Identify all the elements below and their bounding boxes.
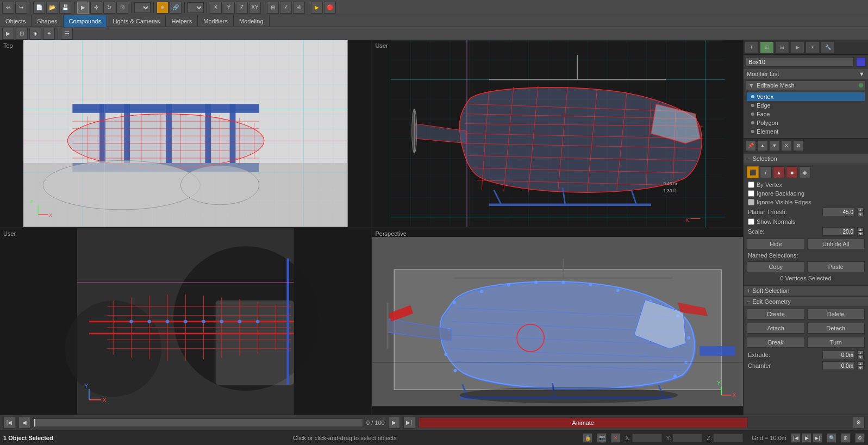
scale-up[interactable]: ▲ xyxy=(857,227,864,231)
sel-icon-polygon[interactable]: ■ xyxy=(786,166,798,178)
ignore-backfacing-checkbox[interactable] xyxy=(748,190,754,197)
sel-icon-vertex[interactable]: ⬛ xyxy=(747,166,759,178)
play-prev-button[interactable]: |◀ xyxy=(791,433,801,443)
extrude-input[interactable] xyxy=(822,350,855,359)
hide-button[interactable]: Hide xyxy=(747,239,805,249)
sub-btn-1[interactable]: ▶ xyxy=(2,28,14,40)
viewport-perspective[interactable]: Perspective xyxy=(372,228,744,415)
percent-snap-button[interactable]: % xyxy=(293,2,305,14)
menu-helpers[interactable]: Helpers xyxy=(166,15,198,27)
paste-button[interactable]: Paste xyxy=(807,261,865,272)
new-button[interactable]: 📄 xyxy=(33,2,45,14)
axis-x-button[interactable]: X xyxy=(210,2,222,14)
axis-y-button[interactable]: Y xyxy=(223,2,235,14)
menu-modifiers[interactable]: Modifiers xyxy=(198,15,234,27)
planar-thresh-up[interactable]: ▲ xyxy=(857,208,864,212)
transform-button[interactable]: ⊕ xyxy=(157,2,168,14)
modifier-move-up-button[interactable]: ▲ xyxy=(757,140,768,151)
extrude-up[interactable]: ▲ xyxy=(857,350,864,355)
axis-xy-button[interactable]: XY xyxy=(249,2,261,14)
menu-objects[interactable]: Objects xyxy=(0,15,32,27)
modifier-configure-button[interactable]: ⚙ xyxy=(793,140,804,151)
x-coord-input[interactable] xyxy=(632,434,662,442)
snap-button[interactable]: ⊞ xyxy=(267,2,279,14)
render-button[interactable]: ▶ xyxy=(311,2,323,14)
y-coord-input[interactable] xyxy=(672,434,702,442)
time-slider[interactable] xyxy=(34,418,363,427)
settings-status-button[interactable]: ⚙ xyxy=(855,433,865,443)
turn-button[interactable]: Turn xyxy=(807,337,865,348)
panel-tab-motion[interactable]: ▶ xyxy=(790,41,804,53)
modifier-pin-button[interactable]: 📌 xyxy=(745,140,756,151)
detach-button[interactable]: Detach xyxy=(807,323,865,334)
panel-tab-display[interactable]: ☀ xyxy=(805,41,820,53)
time-next-button[interactable]: ▶| xyxy=(403,417,415,429)
copy-button[interactable]: Copy xyxy=(747,261,805,272)
move-button[interactable]: ✛ xyxy=(90,2,102,14)
undo-button[interactable]: ↩ xyxy=(2,2,14,14)
viewport-top[interactable]: Top xyxy=(0,40,371,227)
cross-status-icon[interactable]: ✕ xyxy=(611,433,621,443)
break-button[interactable]: Break xyxy=(747,337,805,348)
delete-button[interactable]: Delete xyxy=(807,309,865,319)
grid-button[interactable]: ⊞ xyxy=(841,433,851,443)
sub-btn-4[interactable]: ✦ xyxy=(43,28,55,40)
animate-button[interactable]: Animate xyxy=(419,417,748,428)
menu-compounds[interactable]: Compounds xyxy=(64,15,107,27)
soft-selection-header[interactable]: + Soft Selection xyxy=(744,285,868,296)
object-name-input[interactable] xyxy=(746,57,854,67)
editable-mesh-header[interactable]: ▼ Editable Mesh xyxy=(746,80,866,90)
lock-icon[interactable]: 🔒 xyxy=(583,433,592,443)
sel-icon-face[interactable]: ▲ xyxy=(773,166,785,178)
snap-status-icon[interactable]: 📷 xyxy=(597,433,607,443)
panel-tab-hierarchy[interactable]: ⊞ xyxy=(775,41,789,53)
panel-tab-modify[interactable]: ⊡ xyxy=(760,41,774,53)
attach-button[interactable]: Attach xyxy=(747,323,805,334)
planar-thresh-input[interactable] xyxy=(822,208,855,216)
modifier-list-arrow[interactable]: ▼ xyxy=(859,71,865,77)
selection-section-header[interactable]: − Selection xyxy=(744,153,868,164)
by-vertex-checkbox[interactable] xyxy=(748,181,754,188)
sub-object-element[interactable]: Element xyxy=(747,127,865,136)
menu-shapes[interactable]: Shapes xyxy=(32,15,63,27)
play-button[interactable]: ▶ xyxy=(802,433,811,443)
sub-btn-3[interactable]: ◈ xyxy=(29,28,41,40)
angle-snap-button[interactable]: ∠ xyxy=(280,2,292,14)
viewport-user-bl[interactable]: User xyxy=(0,228,371,415)
mode-dropdown[interactable]: All xyxy=(134,2,151,13)
time-prev-button[interactable]: |◀ xyxy=(3,417,15,429)
unhide-all-button[interactable]: Unhide All xyxy=(807,239,865,249)
create-button[interactable]: Create xyxy=(747,309,805,319)
time-config-button[interactable]: ⚙ xyxy=(853,417,865,429)
time-prev-frame-button[interactable]: ◀ xyxy=(18,417,30,429)
open-button[interactable]: 📂 xyxy=(46,2,58,14)
show-normals-checkbox[interactable] xyxy=(748,218,754,225)
sub-object-edge[interactable]: Edge xyxy=(747,101,865,110)
sub-object-vertex[interactable]: Vertex xyxy=(747,92,865,101)
sub-btn-5[interactable]: ☰ xyxy=(61,28,73,40)
chamfer-up[interactable]: ▲ xyxy=(857,361,864,366)
sub-btn-2[interactable]: ⊡ xyxy=(16,28,28,40)
sub-object-face[interactable]: Face xyxy=(747,110,865,118)
scale-down[interactable]: ▼ xyxy=(857,231,864,236)
panel-tab-utilities[interactable]: 🔧 xyxy=(821,41,835,53)
modifier-move-down-button[interactable]: ▼ xyxy=(769,140,780,151)
sel-icon-edge[interactable]: / xyxy=(760,166,772,178)
panel-tab-create[interactable]: ✦ xyxy=(745,41,759,53)
chamfer-input[interactable] xyxy=(822,361,855,370)
viewport-user-tr[interactable]: User xyxy=(372,40,744,227)
play-next-button[interactable]: ▶| xyxy=(813,433,822,443)
object-color-swatch[interactable] xyxy=(856,57,866,67)
ignore-visible-edges-checkbox[interactable] xyxy=(748,199,754,205)
z-coord-input[interactable] xyxy=(713,434,743,442)
save-button[interactable]: 💾 xyxy=(59,2,71,14)
link-button[interactable]: 🔗 xyxy=(170,2,182,14)
edit-geometry-header[interactable]: − Edit Geometry xyxy=(744,296,868,307)
view-dropdown[interactable]: View xyxy=(188,2,204,13)
menu-modeling[interactable]: Modeling xyxy=(234,15,270,27)
menu-lights-cameras[interactable]: Lights & Cameras xyxy=(107,15,166,27)
redo-button[interactable]: ↪ xyxy=(15,2,27,14)
planar-thresh-down[interactable]: ▼ xyxy=(857,212,864,216)
select-button[interactable]: ▶ xyxy=(77,2,89,14)
zoom-button[interactable]: 🔍 xyxy=(827,433,836,443)
